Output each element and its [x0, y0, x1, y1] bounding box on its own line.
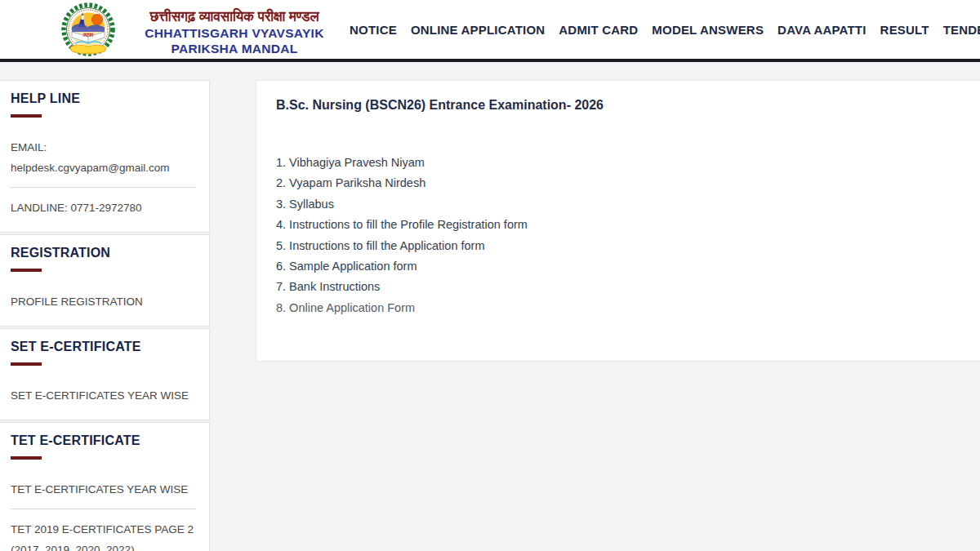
content-panel: B.Sc. Nursing (BSCN26) Entrance Examinat… — [256, 80, 980, 362]
nav-item-tender[interactable]: TENDER — [943, 23, 980, 37]
sidebar-item: TET E-CERTIFICATES YEAR WISE — [11, 479, 196, 509]
page-title: B.Sc. Nursing (BSCN26) Entrance Examinat… — [276, 98, 960, 113]
accent-underline — [11, 362, 42, 366]
nav-item-admit-card[interactable]: ADMIT CARD — [559, 23, 638, 37]
sidebar-section-help-line: HELP LINEEMAIL:helpdesk.cgvyapam@gmail.c… — [0, 80, 210, 233]
sidebar-item-label: EMAIL: — [11, 137, 196, 158]
doc-list-item-instructions-to-fill-the-application-form[interactable]: 5. Instructions to fill the Application … — [276, 236, 485, 256]
doc-list-item-vyapam-pariksha-nirdesh[interactable]: 2. Vyapam Pariksha Nirdesh — [276, 173, 425, 193]
main-nav: NOTICEONLINE APPLICATIONADMIT CARDMODEL … — [350, 0, 980, 59]
sidebar-item: LANDLINE: 0771-2972780 — [11, 198, 196, 218]
doc-list-item-sample-application-form[interactable]: 6. Sample Application form — [276, 256, 416, 277]
nav-item-notice[interactable]: NOTICE — [350, 23, 397, 37]
sidebar-link-profile-registration[interactable]: PROFILE REGISTRATION — [11, 291, 196, 312]
sidebar-section-title: HELP LINE — [11, 91, 196, 106]
doc-list-item-instructions-to-fill-the-profile-registration-form[interactable]: 4. Instructions to fill the Profile Regi… — [276, 215, 528, 235]
sidebar: HELP LINEEMAIL:helpdesk.cgvyapam@gmail.c… — [0, 80, 210, 551]
sidebar-section-title: REGISTRATION — [11, 246, 196, 260]
sidebar-item-text: LANDLINE: 0771-2972780 — [11, 198, 196, 218]
doc-list: 1. Vibhagiya Pravesh Niyam2. Vyapam Pari… — [276, 153, 960, 318]
org-name-hindi: छत्तीसगढ़ व्यावसायिक परीक्षा मण्डल — [137, 9, 332, 26]
sidebar-link-tet-e-certificates-year-wise[interactable]: TET E-CERTIFICATES YEAR WISE — [11, 479, 196, 500]
org-name-english-line1: CHHATTISGARH VYAVSAYIK — [137, 26, 332, 42]
accent-underline — [11, 456, 42, 460]
accent-underline — [11, 269, 42, 272]
sidebar-link-tet-2019-e-certificates-page-2-2017-2019[interactable]: TET 2019 E-CERTIFICATES PAGE 2 (2017, 20… — [11, 519, 196, 551]
sidebar-section-tet-e-certificate: TET E-CERTIFICATETET E-CERTIFICATES YEAR… — [0, 422, 210, 551]
sidebar-link-helpdesk-cgvyapam-gmail-com[interactable]: helpdesk.cgvyapam@gmail.com — [11, 158, 196, 178]
sidebar-link-set-e-certificates-year-wise[interactable]: SET E-CERTIFICATES YEAR WISE — [11, 385, 196, 406]
sidebar-section-items: EMAIL:helpdesk.cgvyapam@gmail.comLANDLIN… — [11, 137, 196, 218]
nav-item-dava-aapatti[interactable]: DAVA AAPATTI — [777, 23, 866, 37]
sidebar-item: EMAIL:helpdesk.cgvyapam@gmail.com — [11, 137, 196, 188]
doc-list-item-online-application-form[interactable]: 8. Online Application Form — [276, 298, 415, 318]
accent-underline — [11, 114, 42, 118]
nav-item-result[interactable]: RESULT — [880, 23, 929, 37]
sidebar-item: SET E-CERTIFICATES YEAR WISE — [11, 385, 196, 406]
sidebar-section-items: TET E-CERTIFICATES YEAR WISETET 2019 E-C… — [11, 479, 196, 551]
doc-list-item-vibhagiya-pravesh-niyam[interactable]: 1. Vibhagiya Pravesh Niyam — [276, 153, 425, 173]
nav-item-model-answers[interactable]: MODEL ANSWERS — [652, 23, 764, 37]
site-header: व्यापम छत्तीसगढ़ व्यावसायिक परीक्षा मण्ड… — [0, 0, 980, 62]
sidebar-item: PROFILE REGISTRATION — [11, 291, 196, 312]
sidebar-item: TET 2019 E-CERTIFICATES PAGE 2 (2017, 20… — [11, 519, 196, 551]
sidebar-section-items: SET E-CERTIFICATES YEAR WISE — [11, 385, 196, 406]
org-title-block: छत्तीसगढ़ व्यावसायिक परीक्षा मण्डल CHHAT… — [137, 9, 332, 57]
doc-list-item-bank-instructions[interactable]: 7. Bank Instructions — [276, 277, 380, 297]
sidebar-section-title: TET E-CERTIFICATE — [11, 433, 196, 448]
doc-list-item-syllabus[interactable]: 3. Syllabus — [276, 194, 334, 215]
cg-vyapam-logo[interactable]: व्यापम — [60, 2, 116, 58]
sidebar-section-set-e-certificate: SET E-CERTIFICATESET E-CERTIFICATES YEAR… — [0, 328, 210, 420]
svg-text:व्यापम: व्यापम — [82, 32, 94, 38]
sidebar-section-items: PROFILE REGISTRATION — [11, 291, 196, 312]
org-name-english-line2: PARIKSHA MANDAL — [137, 42, 332, 57]
sidebar-section-registration: REGISTRATIONPROFILE REGISTRATION — [0, 234, 210, 327]
cg-vyapam-emblem-icon: व्यापम — [60, 2, 116, 58]
sidebar-section-title: SET E-CERTIFICATE — [11, 340, 196, 354]
nav-item-online-application[interactable]: ONLINE APPLICATION — [411, 23, 545, 37]
